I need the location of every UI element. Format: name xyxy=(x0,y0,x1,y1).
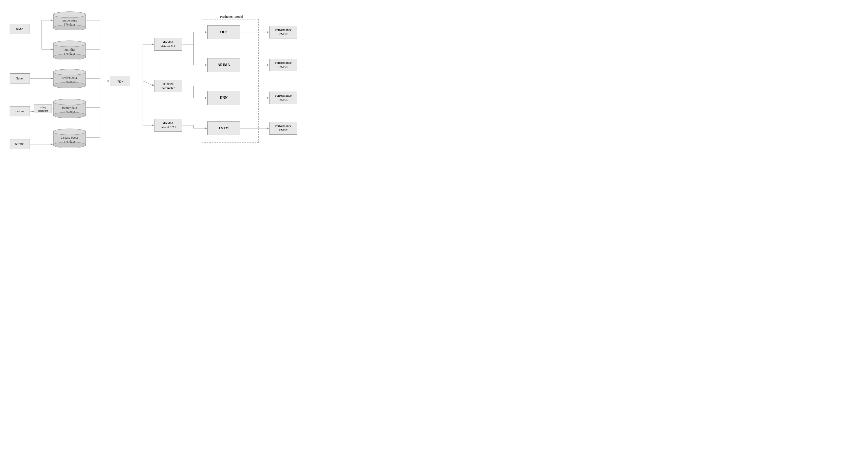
dnn-label: DNN xyxy=(220,96,227,100)
svg-point-22 xyxy=(53,41,86,47)
ols-box: OLS xyxy=(207,25,240,39)
lstm-box: LSTM xyxy=(207,121,240,135)
svg-text:temperature: temperature xyxy=(62,19,78,22)
svg-text:576 days: 576 days xyxy=(64,80,75,84)
selected-parameter-box: selectedparameter xyxy=(154,80,182,92)
performance-dnn-label: PerformanceRMSE xyxy=(275,94,291,102)
svg-text:search data: search data xyxy=(62,76,77,80)
divided-622-box: divideddataset 6:2:2 xyxy=(154,119,182,132)
dnn-box: DNN xyxy=(207,91,240,105)
twitter-box: twitter xyxy=(10,106,30,116)
svg-text:576 days: 576 days xyxy=(64,110,75,114)
selenium-box: usingselenium xyxy=(34,105,52,113)
lag7-box: lag-7 xyxy=(110,76,130,86)
prediction-model-label: Prediction Model xyxy=(220,15,243,19)
humidity-cylinder: humidity 576 days xyxy=(53,39,86,59)
temperature-cylinder: temperature 576 days xyxy=(53,10,86,30)
divided-82-box: divideddataset 8:2 xyxy=(154,38,182,51)
performance-dnn-box: PerformanceRMSE xyxy=(269,92,297,104)
kcdc-label: KCDC xyxy=(15,142,24,146)
disease-cylinder: disease occur 576 days xyxy=(53,127,86,147)
arima-label: ARIMA xyxy=(218,63,230,67)
svg-text:576 days: 576 days xyxy=(64,52,75,55)
twitter-data-cylinder: twitter data 576 days xyxy=(53,97,86,118)
kma-box: KMA xyxy=(10,24,30,34)
performance-lstm-label: PerformanceRMSE xyxy=(275,124,291,133)
lstm-label: LSTM xyxy=(219,126,229,131)
performance-lstm-box: PerformanceRMSE xyxy=(269,122,297,135)
main-diagram: KMA Naver twitter KCDC usingselenium tem… xyxy=(5,5,298,157)
svg-point-32 xyxy=(53,99,86,105)
performance-arima-label: PerformanceRMSE xyxy=(275,61,291,69)
search-data-cylinder: search data 576 days xyxy=(53,67,86,88)
svg-text:disease occur: disease occur xyxy=(61,136,79,139)
lag7-label: lag-7 xyxy=(117,79,124,83)
twitter-label: twitter xyxy=(16,109,24,114)
divided-82-label: divideddataset 8:2 xyxy=(161,40,175,49)
performance-ols-label: PerformanceRMSE xyxy=(275,28,291,36)
arima-box: ARIMA xyxy=(207,58,240,72)
svg-text:humidity: humidity xyxy=(64,48,75,51)
svg-text:576 days: 576 days xyxy=(64,23,75,26)
svg-point-37 xyxy=(53,129,86,135)
svg-text:twitter data: twitter data xyxy=(62,106,77,110)
selenium-label: usingselenium xyxy=(38,105,48,113)
svg-point-17 xyxy=(53,12,86,18)
ols-label: OLS xyxy=(220,30,227,34)
naver-label: Naver xyxy=(16,77,24,81)
svg-point-27 xyxy=(53,69,86,75)
performance-arima-box: PerformanceRMSE xyxy=(269,59,297,71)
svg-text:576 days: 576 days xyxy=(64,140,75,143)
kcdc-box: KCDC xyxy=(10,139,30,149)
kma-label: KMA xyxy=(16,27,24,31)
performance-ols-box: PerformanceRMSE xyxy=(269,26,297,38)
divided-622-label: divideddataset 6:2:2 xyxy=(160,121,177,129)
selected-parameter-label: selectedparameter xyxy=(161,82,175,90)
naver-box: Naver xyxy=(10,74,30,84)
